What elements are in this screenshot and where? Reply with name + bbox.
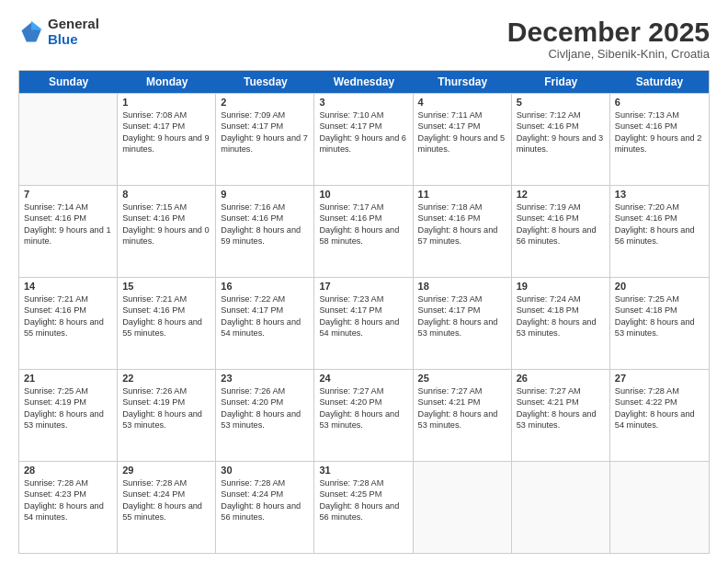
day-info: Sunrise: 7:10 AM Sunset: 4:17 PM Dayligh…: [319, 109, 407, 155]
cal-cell: 14Sunrise: 7:21 AM Sunset: 4:16 PM Dayli…: [19, 278, 118, 369]
day-number: 5: [517, 97, 605, 108]
day-info: Sunrise: 7:28 AM Sunset: 4:24 PM Dayligh…: [221, 477, 309, 523]
day-number: 7: [24, 189, 112, 200]
day-info: Sunrise: 7:12 AM Sunset: 4:16 PM Dayligh…: [517, 109, 605, 155]
day-info: Sunrise: 7:28 AM Sunset: 4:23 PM Dayligh…: [24, 477, 112, 523]
day-number: 4: [418, 97, 506, 108]
day-number: 29: [122, 465, 210, 476]
day-number: 13: [615, 189, 704, 200]
day-of-week-saturday: Saturday: [610, 71, 709, 93]
cal-cell: 26Sunrise: 7:27 AM Sunset: 4:21 PM Dayli…: [512, 370, 610, 461]
day-number: 28: [24, 465, 112, 476]
week-row-1: 1Sunrise: 7:08 AM Sunset: 4:17 PM Daylig…: [19, 93, 709, 185]
logo: General Blue: [18, 17, 99, 47]
title-block: December 2025 Civljane, Sibenik-Knin, Cr…: [507, 17, 710, 61]
day-info: Sunrise: 7:28 AM Sunset: 4:25 PM Dayligh…: [319, 477, 407, 523]
cal-cell: 31Sunrise: 7:28 AM Sunset: 4:25 PM Dayli…: [314, 462, 413, 553]
header: General Blue December 2025 Civljane, Sib…: [18, 17, 710, 61]
day-info: Sunrise: 7:28 AM Sunset: 4:24 PM Dayligh…: [122, 477, 210, 523]
day-number: 11: [418, 189, 506, 200]
day-info: Sunrise: 7:14 AM Sunset: 4:16 PM Dayligh…: [24, 201, 112, 247]
cal-cell: 23Sunrise: 7:26 AM Sunset: 4:20 PM Dayli…: [216, 370, 314, 461]
logo-icon: [18, 19, 44, 45]
cal-cell: 18Sunrise: 7:23 AM Sunset: 4:17 PM Dayli…: [414, 278, 512, 369]
day-number: 22: [122, 373, 210, 384]
cal-cell: 27Sunrise: 7:28 AM Sunset: 4:22 PM Dayli…: [610, 370, 709, 461]
day-number: 8: [122, 189, 210, 200]
cal-cell: 17Sunrise: 7:23 AM Sunset: 4:17 PM Dayli…: [314, 278, 413, 369]
day-info: Sunrise: 7:18 AM Sunset: 4:16 PM Dayligh…: [418, 201, 506, 247]
week-row-2: 7Sunrise: 7:14 AM Sunset: 4:16 PM Daylig…: [19, 185, 709, 277]
cal-cell: 8Sunrise: 7:15 AM Sunset: 4:16 PM Daylig…: [118, 186, 216, 277]
day-info: Sunrise: 7:16 AM Sunset: 4:16 PM Dayligh…: [221, 201, 309, 247]
day-info: Sunrise: 7:27 AM Sunset: 4:20 PM Dayligh…: [319, 385, 407, 431]
cal-cell: 13Sunrise: 7:20 AM Sunset: 4:16 PM Dayli…: [610, 186, 709, 277]
day-info: Sunrise: 7:20 AM Sunset: 4:16 PM Dayligh…: [615, 201, 704, 247]
day-info: Sunrise: 7:17 AM Sunset: 4:16 PM Dayligh…: [319, 201, 407, 247]
day-number: 17: [319, 281, 407, 292]
day-info: Sunrise: 7:11 AM Sunset: 4:17 PM Dayligh…: [418, 109, 506, 155]
month-title: December 2025: [507, 17, 710, 47]
cal-cell: [414, 462, 512, 553]
cal-cell: 25Sunrise: 7:27 AM Sunset: 4:21 PM Dayli…: [414, 370, 512, 461]
cal-cell: 29Sunrise: 7:28 AM Sunset: 4:24 PM Dayli…: [118, 462, 216, 553]
day-number: 20: [615, 281, 704, 292]
day-number: 16: [221, 281, 309, 292]
day-of-week-monday: Monday: [118, 71, 216, 93]
day-info: Sunrise: 7:27 AM Sunset: 4:21 PM Dayligh…: [517, 385, 605, 431]
day-info: Sunrise: 7:08 AM Sunset: 4:17 PM Dayligh…: [122, 109, 210, 155]
day-info: Sunrise: 7:21 AM Sunset: 4:16 PM Dayligh…: [122, 293, 210, 339]
day-number: 26: [517, 373, 605, 384]
cal-cell: 7Sunrise: 7:14 AM Sunset: 4:16 PM Daylig…: [19, 186, 118, 277]
cal-cell: 21Sunrise: 7:25 AM Sunset: 4:19 PM Dayli…: [19, 370, 118, 461]
day-info: Sunrise: 7:09 AM Sunset: 4:17 PM Dayligh…: [221, 109, 309, 155]
week-row-4: 21Sunrise: 7:25 AM Sunset: 4:19 PM Dayli…: [19, 369, 709, 461]
cal-cell: 1Sunrise: 7:08 AM Sunset: 4:17 PM Daylig…: [118, 94, 216, 185]
cal-cell: [512, 462, 610, 553]
day-number: 15: [122, 281, 210, 292]
cal-cell: 19Sunrise: 7:24 AM Sunset: 4:18 PM Dayli…: [512, 278, 610, 369]
cal-cell: 4Sunrise: 7:11 AM Sunset: 4:17 PM Daylig…: [414, 94, 512, 185]
cal-cell: 2Sunrise: 7:09 AM Sunset: 4:17 PM Daylig…: [216, 94, 314, 185]
day-info: Sunrise: 7:28 AM Sunset: 4:22 PM Dayligh…: [615, 385, 704, 431]
day-info: Sunrise: 7:22 AM Sunset: 4:17 PM Dayligh…: [221, 293, 309, 339]
day-number: 9: [221, 189, 309, 200]
day-info: Sunrise: 7:13 AM Sunset: 4:16 PM Dayligh…: [615, 109, 704, 155]
svg-marker-1: [31, 20, 42, 29]
cal-cell: 3Sunrise: 7:10 AM Sunset: 4:17 PM Daylig…: [314, 94, 413, 185]
day-info: Sunrise: 7:26 AM Sunset: 4:20 PM Dayligh…: [221, 385, 309, 431]
day-number: 18: [418, 281, 506, 292]
day-number: 3: [319, 97, 407, 108]
cal-cell: 11Sunrise: 7:18 AM Sunset: 4:16 PM Dayli…: [414, 186, 512, 277]
day-info: Sunrise: 7:19 AM Sunset: 4:16 PM Dayligh…: [517, 201, 605, 247]
day-info: Sunrise: 7:15 AM Sunset: 4:16 PM Dayligh…: [122, 201, 210, 247]
cal-cell: [19, 94, 118, 185]
day-number: 30: [221, 465, 309, 476]
calendar-body: 1Sunrise: 7:08 AM Sunset: 4:17 PM Daylig…: [19, 93, 709, 553]
day-number: 25: [418, 373, 506, 384]
day-info: Sunrise: 7:23 AM Sunset: 4:17 PM Dayligh…: [319, 293, 407, 339]
day-of-week-tuesday: Tuesday: [216, 71, 314, 93]
day-number: 12: [517, 189, 605, 200]
cal-cell: 10Sunrise: 7:17 AM Sunset: 4:16 PM Dayli…: [314, 186, 413, 277]
day-number: 27: [615, 373, 704, 384]
day-info: Sunrise: 7:24 AM Sunset: 4:18 PM Dayligh…: [517, 293, 605, 339]
day-info: Sunrise: 7:26 AM Sunset: 4:19 PM Dayligh…: [122, 385, 210, 431]
week-row-5: 28Sunrise: 7:28 AM Sunset: 4:23 PM Dayli…: [19, 461, 709, 553]
day-number: 21: [24, 373, 112, 384]
cal-cell: 30Sunrise: 7:28 AM Sunset: 4:24 PM Dayli…: [216, 462, 314, 553]
day-number: 24: [319, 373, 407, 384]
day-info: Sunrise: 7:25 AM Sunset: 4:18 PM Dayligh…: [615, 293, 704, 339]
day-number: 31: [319, 465, 407, 476]
logo-blue: Blue: [48, 31, 78, 47]
day-number: 23: [221, 373, 309, 384]
page: General Blue December 2025 Civljane, Sib…: [0, 0, 728, 563]
cal-cell: 5Sunrise: 7:12 AM Sunset: 4:16 PM Daylig…: [512, 94, 610, 185]
cal-cell: [610, 462, 709, 553]
cal-cell: 22Sunrise: 7:26 AM Sunset: 4:19 PM Dayli…: [118, 370, 216, 461]
day-info: Sunrise: 7:27 AM Sunset: 4:21 PM Dayligh…: [418, 385, 506, 431]
cal-cell: 20Sunrise: 7:25 AM Sunset: 4:18 PM Dayli…: [610, 278, 709, 369]
cal-cell: 6Sunrise: 7:13 AM Sunset: 4:16 PM Daylig…: [610, 94, 709, 185]
calendar: SundayMondayTuesdayWednesdayThursdayFrid…: [18, 70, 710, 554]
cal-cell: 9Sunrise: 7:16 AM Sunset: 4:16 PM Daylig…: [216, 186, 314, 277]
